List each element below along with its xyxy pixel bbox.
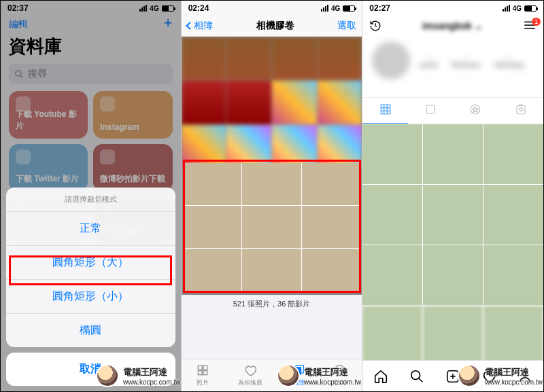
tab-saved[interactable] bbox=[453, 98, 498, 124]
svg-rect-2 bbox=[198, 366, 202, 370]
tab-label: 照片 bbox=[197, 378, 209, 387]
feed-icon bbox=[424, 103, 437, 115]
svg-rect-18 bbox=[426, 105, 435, 113]
photo-count-caption: 521 張照片，36 部影片 bbox=[182, 295, 362, 313]
svg-point-22 bbox=[520, 108, 523, 111]
battery-icon bbox=[524, 5, 537, 12]
watermark: 電腦王阿達 www.kocpc.com.tw bbox=[96, 364, 180, 387]
watermark-avatar bbox=[96, 364, 119, 387]
watermark-name: 電腦王阿達 bbox=[304, 367, 348, 377]
ig-post[interactable] bbox=[483, 245, 543, 305]
watermark-name: 電腦王阿達 bbox=[485, 367, 529, 377]
ig-photo-grid bbox=[362, 124, 543, 366]
tab-tagged[interactable] bbox=[498, 98, 543, 124]
sheet-option[interactable]: 橢圓 bbox=[6, 314, 175, 347]
svg-rect-3 bbox=[203, 366, 207, 370]
photo-grid-blurred bbox=[182, 37, 362, 168]
tab-foryou[interactable]: 為你推薦 bbox=[238, 363, 262, 387]
status-time: 02:24 bbox=[188, 3, 209, 13]
stat-followers[interactable]: -followers bbox=[452, 52, 481, 69]
network-label: 4G bbox=[513, 5, 522, 12]
ig-post[interactable] bbox=[423, 124, 483, 184]
signal-icon bbox=[321, 5, 328, 12]
ig-post[interactable] bbox=[362, 185, 422, 245]
status-bar: 02:27 4G bbox=[362, 1, 543, 16]
ig-post[interactable] bbox=[423, 306, 483, 366]
battery-icon bbox=[343, 5, 355, 12]
ig-post[interactable] bbox=[483, 185, 543, 245]
archive-icon[interactable] bbox=[369, 20, 381, 32]
tab-feed[interactable] bbox=[408, 98, 453, 124]
watermark-name: 電腦王阿達 bbox=[123, 367, 167, 377]
status-bar: 02:24 4G bbox=[182, 1, 362, 16]
watermark-url: www.kocpc.com.tw bbox=[123, 378, 180, 386]
back-label: 相簿 bbox=[194, 20, 213, 32]
ig-post[interactable] bbox=[423, 245, 483, 305]
ig-content-tabs bbox=[362, 97, 543, 124]
nav-title: 相機膠卷 bbox=[256, 20, 294, 32]
ig-post[interactable] bbox=[362, 124, 422, 184]
tab-photos[interactable]: 照片 bbox=[196, 363, 209, 387]
svg-rect-5 bbox=[203, 371, 207, 375]
screen-instagram: 02:27 4G imsangkok ⌄ 1 -posts -followers… bbox=[362, 1, 543, 391]
ig-post[interactable] bbox=[362, 245, 422, 305]
watermark: 電腦王阿達 www.kocpc.com.tw bbox=[458, 364, 542, 387]
tab-label: 為你推薦 bbox=[238, 378, 262, 387]
ig-header: imsangkok ⌄ 1 bbox=[362, 16, 543, 36]
chevron-left-icon bbox=[186, 22, 193, 29]
screen-photos: 02:24 4G 相簿 相機膠卷 選取 bbox=[181, 1, 363, 391]
watermark: 電腦王阿達 www.kocpc.com.tw bbox=[277, 364, 361, 387]
star-icon bbox=[469, 103, 481, 115]
svg-marker-20 bbox=[473, 107, 478, 112]
signal-icon bbox=[503, 5, 510, 12]
ig-post[interactable] bbox=[483, 124, 543, 184]
username-dropdown[interactable]: imsangkok ⌄ bbox=[422, 20, 483, 31]
sheet-title: 請選擇裁切樣式 bbox=[6, 188, 175, 212]
notification-badge: 1 bbox=[532, 18, 541, 26]
sheet-option[interactable]: 圓角矩形（小） bbox=[6, 280, 175, 314]
tab-grid[interactable] bbox=[362, 98, 407, 124]
camera-roll[interactable] bbox=[182, 37, 362, 295]
watermark-url: www.kocpc.com.tw bbox=[485, 378, 542, 386]
ig-profile-stats: -posts -followers -following bbox=[362, 36, 543, 85]
menu-button[interactable]: 1 bbox=[523, 20, 537, 32]
watermark-avatar bbox=[458, 364, 481, 387]
screen-shortcuts: 02:37 4G 編輯 + 資料庫 搜尋 下載 Youtube 影片Instag… bbox=[1, 1, 181, 391]
svg-rect-4 bbox=[198, 371, 202, 375]
nav-search-icon[interactable] bbox=[409, 369, 424, 384]
ig-post[interactable] bbox=[483, 306, 543, 366]
svg-point-23 bbox=[411, 370, 420, 379]
back-button[interactable]: 相簿 bbox=[187, 20, 213, 32]
nine-grid-preview[interactable] bbox=[183, 163, 361, 291]
ig-post[interactable] bbox=[423, 185, 483, 245]
svg-line-24 bbox=[419, 378, 423, 382]
network-label: 4G bbox=[331, 5, 340, 12]
select-button[interactable]: 選取 bbox=[337, 20, 356, 32]
status-time: 02:27 bbox=[369, 3, 390, 13]
nav-bar: 相簿 相機膠卷 選取 bbox=[182, 16, 362, 37]
ig-post[interactable] bbox=[362, 306, 422, 366]
photos-icon bbox=[196, 363, 209, 377]
watermark-url: www.kocpc.com.tw bbox=[304, 378, 361, 386]
sheet-option[interactable]: 圓角矩形（大） bbox=[6, 246, 175, 280]
stat-following[interactable]: -following bbox=[494, 52, 524, 69]
avatar[interactable] bbox=[372, 41, 410, 79]
svg-rect-21 bbox=[517, 106, 525, 114]
nav-home-icon[interactable] bbox=[373, 369, 388, 384]
action-sheet: 請選擇裁切樣式 正常圓角矩形（大）圓角矩形（小）橢圓 取消 bbox=[6, 188, 175, 386]
grid-icon bbox=[379, 103, 392, 115]
sheet-option[interactable]: 正常 bbox=[6, 212, 175, 246]
watermark-avatar bbox=[277, 364, 300, 387]
tagged-icon bbox=[515, 103, 527, 115]
svg-rect-13 bbox=[381, 105, 390, 114]
stat-posts[interactable]: -posts bbox=[420, 52, 437, 69]
foryou-icon bbox=[243, 363, 257, 377]
